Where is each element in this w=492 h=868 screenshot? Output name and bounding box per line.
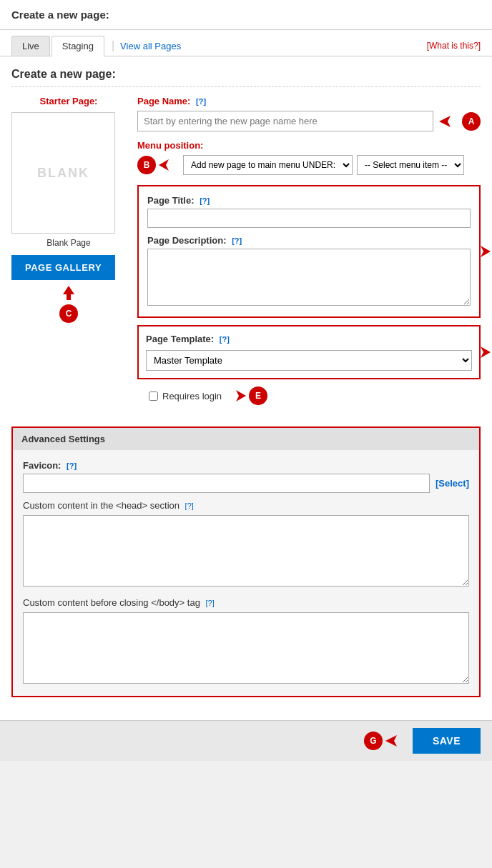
page-title-help-icon[interactable]: [?]	[200, 196, 210, 205]
advanced-settings-body: Favicon: [?] [Select] Custom content in …	[13, 450, 479, 696]
save-bar: G SAVE	[0, 720, 492, 761]
requires-login-checkbox[interactable]	[149, 391, 158, 401]
tab-divider: |	[112, 39, 114, 52]
page-template-select[interactable]: Master Template Blank Template Custom Te…	[146, 350, 472, 371]
tab-bar: Live Staging | View all Pages [What is t…	[0, 30, 492, 56]
what-is-this-link[interactable]: [What is this?]	[427, 41, 481, 51]
tab-live[interactable]: Live	[11, 36, 50, 56]
menu-position-select[interactable]: Add new page to main menu UNDER:	[183, 155, 353, 175]
advanced-settings-header: Advanced Settings	[13, 428, 479, 450]
main-content: Create a new page: Starter Page: BLANK B…	[0, 56, 492, 720]
svg-marker-7	[385, 735, 405, 747]
favicon-label: Favicon: [?]	[23, 460, 469, 471]
svg-marker-2	[439, 116, 459, 127]
page-description-help-icon[interactable]: [?]	[232, 236, 242, 245]
menu-item-select[interactable]: -- Select menu item --	[357, 155, 464, 175]
requires-login-row: Requires login E	[137, 386, 481, 405]
advanced-settings-section: Advanced Settings Favicon: [?] [Select] …	[11, 426, 481, 697]
page-description-textarea[interactable]	[147, 249, 471, 306]
custom-body-label: Custom content before closing </body> ta…	[23, 597, 469, 608]
blank-preview-text: BLANK	[37, 166, 89, 181]
page-name-section: Page Name: [?]	[137, 96, 481, 106]
arrow-a-icon	[439, 114, 459, 129]
svg-marker-3	[159, 159, 176, 171]
page-title-input[interactable]	[147, 209, 471, 228]
page-gallery-button[interactable]: PAGE GALLERY	[11, 255, 115, 280]
arrow-b-icon	[159, 159, 176, 171]
annotation-b-badge: B	[137, 156, 156, 174]
arrow-f-icon	[473, 346, 491, 358]
starter-page-name: Blank Page	[11, 238, 126, 248]
custom-body-help-icon[interactable]: [?]	[206, 599, 215, 607]
starter-page-preview: BLANK	[11, 112, 115, 234]
menu-position-row: B Add new page to main menu UNDER: -- Se…	[137, 155, 481, 175]
arrow-d-icon	[473, 246, 491, 257]
arrow-e-icon	[229, 390, 246, 401]
top-header-title: Create a new page:	[11, 9, 109, 21]
starter-page-column: Starter Page: BLANK Blank Page PAGE GALL…	[11, 96, 126, 415]
save-button[interactable]: SAVE	[413, 728, 481, 754]
page-description-label: Page Description: [?]	[147, 235, 471, 246]
favicon-input[interactable]	[23, 474, 430, 493]
page-name-input-wrapper: A	[137, 111, 481, 131]
custom-head-textarea[interactable]	[23, 515, 469, 587]
annotation-e-badge: E	[249, 386, 267, 405]
annotation-c-badge: C	[59, 304, 78, 323]
page-template-label: Page Template: [?]	[146, 334, 472, 344]
arrow-g-icon	[385, 734, 405, 748]
top-header: Create a new page:	[0, 0, 492, 30]
form-layout: Starter Page: BLANK Blank Page PAGE GALL…	[11, 96, 481, 415]
custom-body-textarea[interactable]	[23, 612, 469, 684]
starter-page-label: Starter Page:	[11, 96, 126, 106]
page-name-input[interactable]	[137, 111, 433, 131]
custom-head-help-icon[interactable]: [?]	[185, 502, 194, 510]
page-template-help-icon[interactable]: [?]	[220, 335, 230, 344]
svg-marker-0	[63, 286, 74, 294]
section-title: Create a new page:	[11, 68, 481, 87]
arrow-up-icon	[62, 284, 76, 301]
right-column: Page Name: [?] A Menu position: B	[137, 96, 481, 415]
custom-head-label: Custom content in the <head> section [?]	[23, 500, 469, 511]
svg-marker-4	[473, 246, 491, 257]
menu-position-label: Menu position:	[137, 140, 481, 151]
template-box: F Page Template: [?] Master Template Bla…	[137, 325, 481, 379]
page-title-label: Page Title: [?]	[147, 195, 471, 206]
favicon-select-link[interactable]: [Select]	[436, 478, 469, 489]
svg-rect-1	[67, 294, 71, 300]
page-name-help-icon[interactable]: [?]	[196, 97, 206, 106]
annotation-c-area: C	[11, 284, 126, 323]
view-all-pages-link[interactable]: View all Pages	[120, 41, 181, 51]
svg-marker-6	[229, 390, 246, 401]
requires-login-label: Requires login	[162, 391, 222, 401]
annotation-g-badge: G	[364, 732, 383, 750]
annotation-a-badge: A	[462, 112, 481, 131]
tab-staging[interactable]: Staging	[51, 36, 104, 56]
seo-box: D Page Title: [?] Page Description: [?]	[137, 185, 481, 318]
favicon-row: [Select]	[23, 474, 469, 493]
favicon-help-icon[interactable]: [?]	[67, 462, 77, 470]
svg-marker-5	[473, 346, 491, 358]
